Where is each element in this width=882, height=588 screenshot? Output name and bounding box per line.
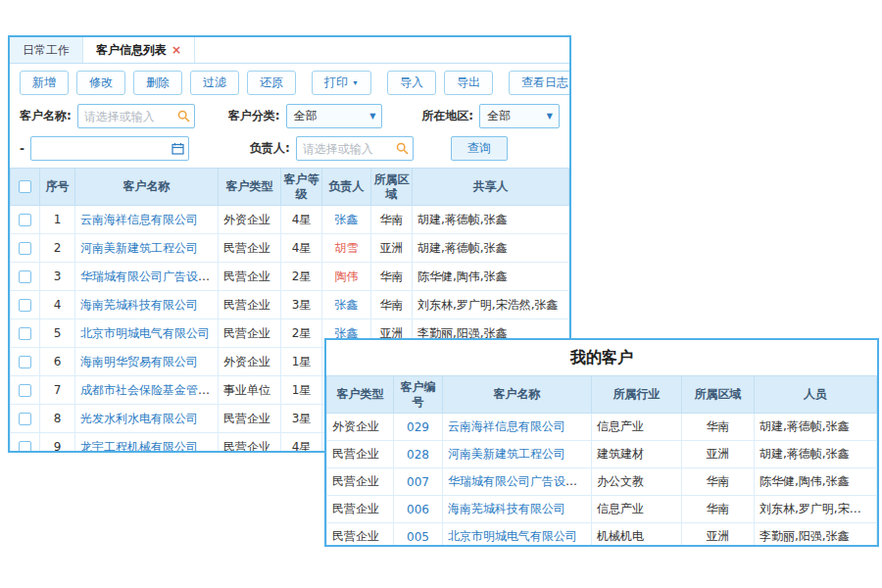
customer-name-link[interactable]: 云南海祥信息有限公司 [80,213,198,226]
date-range-separator: - [20,142,24,156]
table-row[interactable]: 民营企业 006 海南芜城科技有限公司 信息产业 华南 刘东林,罗广明,宋浩然.… [327,496,877,523]
customer-level-cell: 3星 [281,405,322,433]
category-select[interactable]: 全部 ▼ [286,104,383,128]
view-log-button[interactable]: 查看日志 [509,71,571,95]
type-cell: 民营企业 [327,496,394,523]
customer-name-link[interactable]: 成都市社会保险基金管理... [80,383,219,397]
region-cell: 华南 [371,291,413,319]
row-checkbox[interactable] [19,270,31,283]
table-row[interactable]: 民营企业 007 华瑞城有限公司广告设计部 办公文教 华南 陈华健,陶伟,张鑫 [327,468,877,496]
region-cell: 亚洲 [371,234,413,263]
row-index: 2 [40,234,75,263]
customer-name-link[interactable]: 海南芜城科技有限公司 [80,298,198,312]
date-input[interactable] [30,136,189,161]
customer-name-link[interactable]: 华瑞城有限公司广告设计部 [80,270,219,283]
search-icon[interactable] [396,142,409,158]
row-checkbox[interactable] [19,413,31,425]
edit-button[interactable]: 修改 [76,71,125,95]
calendar-icon[interactable] [172,142,184,158]
restore-button[interactable]: 还原 [247,71,296,95]
customer-level-cell: 2星 [281,319,322,348]
table-row[interactable]: 民营企业 028 河南美新建筑工程公司 建筑建材 亚洲 胡建,蒋德帧,张鑫 [327,441,877,468]
date-input-wrap [30,136,189,161]
col-region: 所属区域 [682,376,755,414]
tab-bar: 日常工作 客户信息列表 × [10,37,569,64]
my-customers-window: 我的客户 客户类型 客户编号 客户名称 所属行业 所属区域 人员 外资企业 02… [324,338,879,547]
region-select[interactable]: 全部 ▼ [479,104,560,128]
table-row[interactable]: 民营企业 005 北京市明城电气有限公司 机械机电 亚洲 李勤丽,阳强,张鑫 [327,523,877,548]
row-index: 4 [40,291,75,319]
customer-name-link[interactable]: 华瑞城有限公司广告设计部 [448,474,589,488]
shared-cell: 胡建,蒋德帧,张鑫 [413,234,569,263]
row-checkbox[interactable] [19,242,31,255]
delete-button[interactable]: 删除 [133,71,182,95]
row-checkbox[interactable] [19,441,31,453]
search-icon[interactable] [177,110,190,125]
row-checkbox[interactable] [19,299,31,312]
customer-level-cell: 1星 [281,348,322,376]
chevron-down-icon: ▼ [369,113,375,121]
region-cell: 亚洲 [682,523,755,548]
row-checkbox[interactable] [19,356,31,368]
tab-label: 日常工作 [23,42,70,59]
my-customers-table: 客户类型 客户编号 客户名称 所属行业 所属区域 人员 外资企业 029 云南海… [326,375,877,547]
customer-type-cell: 事业单位 [219,376,281,405]
customer-level-cell: 4星 [281,234,322,263]
row-checkbox[interactable] [19,384,31,397]
col-name: 客户名称 [443,376,592,414]
tab-daily-work[interactable]: 日常工作 [10,37,83,63]
chevron-down-icon: ▼ [547,113,553,121]
customer-name-link[interactable]: 龙宇工程机械有限公司 [80,440,198,454]
customer-type-cell: 民营企业 [219,319,281,348]
customer-name-link[interactable]: 云南海祥信息有限公司 [448,419,565,433]
table-row[interactable]: 2 河南美新建筑工程公司 民营企业 4星 胡雪 亚洲 胡建,蒋德帧,张鑫 [11,234,569,263]
tab-customer-list[interactable]: 客户信息列表 × [83,37,195,63]
owner-link[interactable]: 张鑫 [335,213,359,226]
row-checkbox[interactable] [19,327,31,340]
region-value: 全部 [487,108,511,124]
staff-cell: 刘东林,罗广明,宋浩然... [755,496,877,523]
staff-cell: 李勤丽,阳强,张鑫 [755,523,877,548]
customer-name-link[interactable]: 海南芜城科技有限公司 [448,502,565,515]
region-cell: 华南 [682,468,755,496]
customer-name-link[interactable]: 北京市明城电气有限公司 [448,529,577,543]
owner-link[interactable]: 胡雪 [335,241,359,255]
filter-button[interactable]: 过滤 [190,71,239,95]
col-type: 客户类型 [219,169,281,206]
close-tab-icon[interactable]: × [172,44,181,56]
row-index: 6 [40,348,75,376]
row-index: 1 [40,206,75,234]
table-row[interactable]: 外资企业 029 云南海祥信息有限公司 信息产业 华南 胡建,蒋德帧,张鑫 [327,414,877,441]
row-checkbox[interactable] [19,214,31,226]
customer-name-link[interactable]: 河南美新建筑工程公司 [80,241,198,255]
customer-code-link[interactable]: 028 [407,448,429,462]
print-button[interactable]: 打印 ▼ [312,71,371,95]
customer-name-label: 客户名称: [20,108,72,124]
toolbar: 新增 修改 删除 过滤 还原 打印 ▼ 导入 导出 查看日志 [10,64,569,100]
select-all-checkbox[interactable] [19,180,31,193]
row-index: 7 [40,376,75,405]
customer-name-link[interactable]: 北京市明城电气有限公司 [80,326,210,340]
region-cell: 华南 [682,496,755,523]
table-row[interactable]: 4 海南芜城科技有限公司 民营企业 3星 张鑫 华南 刘东林,罗广明,宋浩然,张… [11,291,569,319]
export-button[interactable]: 导出 [444,71,493,95]
import-button[interactable]: 导入 [387,71,436,95]
staff-cell: 胡建,蒋德帧,张鑫 [755,441,877,468]
table-row[interactable]: 3 华瑞城有限公司广告设计部 民营企业 2星 陶伟 华南 陈华健,陶伟,张鑫 [11,263,569,291]
customer-code-link[interactable]: 005 [407,530,429,544]
customer-level-cell: 4星 [281,433,322,454]
customer-name-link[interactable]: 海南明华贸易有限公司 [80,355,198,368]
customer-name-link[interactable]: 河南美新建筑工程公司 [448,447,565,461]
customer-name-link[interactable]: 光发水利水电有限公司 [80,412,198,425]
customer-code-link[interactable]: 029 [407,420,429,434]
new-button[interactable]: 新增 [20,71,69,95]
col-level: 客户等级 [281,169,322,206]
customer-code-link[interactable]: 007 [407,475,429,489]
owner-link[interactable]: 张鑫 [335,298,359,312]
customer-code-link[interactable]: 006 [407,503,429,516]
owner-link[interactable]: 陶伟 [335,270,359,283]
col-no: 序号 [40,169,75,206]
query-button[interactable]: 查询 [451,136,508,161]
table-row[interactable]: 1 云南海祥信息有限公司 外资企业 4星 张鑫 华南 胡建,蒋德帧,张鑫 [11,206,569,234]
customer-type-cell: 外资企业 [219,348,281,376]
